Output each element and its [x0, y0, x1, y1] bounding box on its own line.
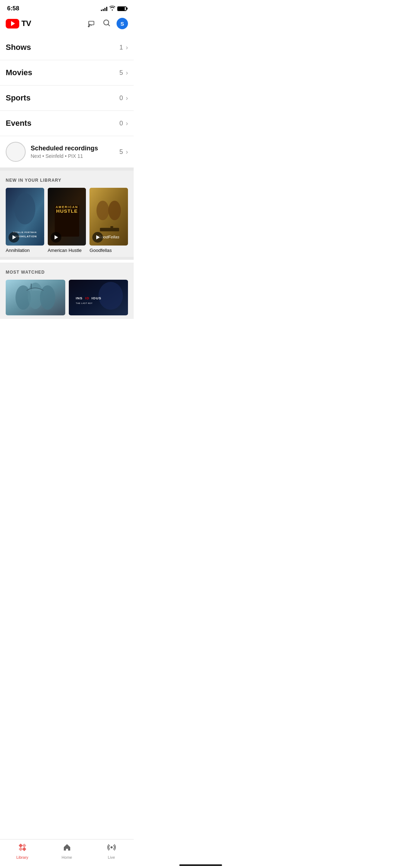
movie-grid: NATALIE PORTMAN ANNIHILATION Annihilatio… [6, 188, 128, 253]
svg-text:AMERICAN: AMERICAN [56, 205, 78, 209]
movies-label: Movies [6, 68, 32, 77]
movie-title-annihilation: Annihilation [6, 248, 44, 254]
cast-icon[interactable] [87, 20, 97, 27]
play-button-annihilation[interactable] [9, 232, 19, 243]
svg-rect-15 [110, 226, 113, 228]
avatar[interactable]: S [117, 18, 128, 29]
scheduled-right: 5 › [119, 148, 128, 156]
events-chevron: › [126, 120, 128, 127]
most-watched-grid: INS ID IOUS THE LAST KEY [6, 280, 128, 315]
sports-right: 0 › [119, 94, 128, 102]
nav-item-events[interactable]: Events 0 › [0, 111, 134, 136]
app-header: TV S [0, 15, 134, 35]
movies-count: 5 [119, 69, 123, 77]
svg-text:THE LAST KEY: THE LAST KEY [76, 302, 92, 304]
play-button-american-hustle[interactable] [51, 232, 61, 243]
scheduled-subtitle: Next • Seinfeld • PIX 11 [31, 153, 119, 159]
events-label: Events [6, 119, 31, 128]
section-divider [0, 168, 134, 171]
new-in-library-section: NEW IN YOUR LIBRARY NATALI [0, 171, 134, 257]
scheduled-title: Scheduled recordings [31, 145, 119, 152]
battery-icon [117, 6, 127, 11]
shows-label: Shows [6, 43, 31, 52]
svg-text:HUSTLE: HUSTLE [56, 208, 78, 214]
status-time: 6:58 [7, 5, 19, 12]
svg-text:IOUS: IOUS [91, 296, 101, 300]
nav-list: Shows 1 › Movies 5 › Sports 0 › Events 0… [0, 35, 134, 136]
most-watched-section: MOST WATCHED [0, 263, 134, 319]
youtube-logo [6, 19, 19, 29]
shows-count: 1 [119, 44, 123, 51]
shows-right: 1 › [119, 44, 128, 51]
movie-title-goodfellas: Goodfellas [89, 248, 128, 254]
svg-point-23 [98, 282, 123, 310]
svg-point-1 [88, 26, 89, 27]
svg-text:INS: INS [76, 296, 82, 300]
sports-label: Sports [6, 93, 31, 103]
scheduled-recordings-row[interactable]: Scheduled recordings Next • Seinfeld • P… [0, 136, 134, 168]
scheduled-chevron: › [126, 148, 128, 156]
nav-item-sports[interactable]: Sports 0 › [0, 86, 134, 111]
sports-count: 0 [119, 94, 123, 102]
events-right: 0 › [119, 120, 128, 127]
svg-point-13 [108, 201, 121, 220]
header-actions: S [87, 18, 128, 29]
status-bar: 6:58 [0, 0, 134, 15]
logo: TV [6, 19, 31, 29]
logo-text: TV [21, 19, 31, 28]
movie-card-annihilation[interactable]: NATALIE PORTMAN ANNIHILATION Annihilatio… [6, 188, 44, 253]
bottom-spacer [0, 319, 134, 347]
most-watched-card-insidious[interactable]: INS ID IOUS THE LAST KEY [69, 280, 128, 315]
movies-right: 5 › [119, 69, 128, 77]
status-icons [101, 6, 127, 12]
nav-item-movies[interactable]: Movies 5 › [0, 60, 134, 86]
movie-title-american-hustle: American Hustle [48, 248, 86, 254]
svg-point-12 [97, 201, 109, 220]
scheduled-count: 5 [119, 148, 123, 156]
most-watched-thumb-insidious: INS ID IOUS THE LAST KEY [69, 280, 128, 315]
movies-chevron: › [126, 69, 128, 77]
shows-chevron: › [126, 44, 128, 51]
wifi-icon [109, 6, 115, 12]
movie-card-goodfellas[interactable]: GoodFellas Goodfellas [89, 188, 128, 253]
nav-item-shows[interactable]: Shows 1 › [0, 35, 134, 60]
svg-rect-14 [100, 228, 119, 232]
svg-point-4 [14, 193, 35, 224]
events-count: 0 [119, 120, 123, 127]
play-button-goodfellas[interactable] [92, 232, 103, 243]
sports-chevron: › [126, 94, 128, 102]
movie-thumb-goodfellas: GoodFellas [89, 188, 128, 246]
signal-icon [101, 6, 107, 11]
svg-text:ID: ID [85, 296, 89, 300]
most-watched-thumb-three-idiots [6, 280, 65, 315]
section-divider-2 [0, 257, 134, 260]
scheduled-info: Scheduled recordings Next • Seinfeld • P… [31, 145, 119, 159]
scheduled-circle-icon [6, 142, 26, 162]
search-icon[interactable] [102, 19, 111, 29]
movie-card-american-hustle[interactable]: AMERICAN HUSTLE American Hustle [48, 188, 86, 253]
svg-point-20 [40, 285, 55, 310]
most-watched-label: MOST WATCHED [6, 270, 128, 275]
movie-thumb-american-hustle: AMERICAN HUSTLE [48, 188, 86, 246]
movie-thumb-annihilation: NATALIE PORTMAN ANNIHILATION [6, 188, 44, 246]
most-watched-card-three-idiots[interactable] [6, 280, 65, 315]
new-in-library-label: NEW IN YOUR LIBRARY [6, 178, 128, 183]
